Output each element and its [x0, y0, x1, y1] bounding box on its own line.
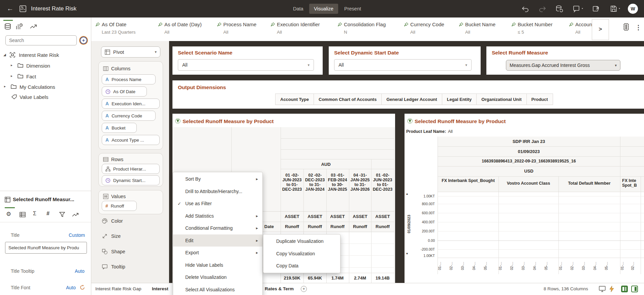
annotate-icon[interactable] — [572, 5, 585, 13]
trend-tab-icon[interactable] — [30, 24, 37, 31]
pill-product-hierarchy[interactable]: Product Hierar... — [102, 164, 160, 174]
size-drop-zone[interactable]: Size — [102, 233, 121, 239]
dimension-button-general-ledger-account[interactable]: General Ledger Account — [381, 94, 442, 105]
canvas-tab-1[interactable]: Interest Rate Risk Gap — [95, 283, 141, 295]
undo-icon[interactable] — [521, 5, 529, 13]
auto-apply-icon[interactable] — [609, 286, 614, 294]
filter-bucket-name[interactable]: Bucket Name All — [459, 22, 495, 35]
tooltip-drop-zone[interactable]: Tooltip — [102, 264, 125, 270]
measure-header-cell[interactable]: Runoff — [282, 224, 302, 229]
column-header-cell[interactable]: Total Default Member — [559, 181, 619, 186]
title-font-mode-link[interactable]: Auto — [66, 285, 76, 290]
general-properties-icon[interactable]: ⚙ — [6, 211, 11, 218]
pill-as-of-date[interactable]: As Of Date — [102, 86, 147, 97]
menu-item-delete-visualization[interactable]: Delete Visualization — [173, 271, 262, 284]
tree-item-my-calculations[interactable]: My Calculations — [20, 84, 55, 90]
color-drop-zone[interactable]: Color — [102, 218, 123, 224]
data-tab-icon[interactable] — [4, 23, 11, 32]
total-cell[interactable]: 2.74M — [350, 275, 371, 281]
add-data-button[interactable]: + — [80, 37, 87, 44]
canvas-layout-icon[interactable] — [621, 286, 628, 292]
save-icon[interactable] — [609, 5, 622, 13]
dimension-button-common-chart-of-accounts[interactable]: Common Chart of Accounts — [314, 94, 382, 105]
pill-bucket[interactable]: ABucket — [102, 123, 137, 133]
filter-bar-expand-button[interactable]: > — [592, 19, 609, 40]
search-input[interactable] — [5, 35, 77, 45]
pill-execution-identifier[interactable]: AExecution Iden... — [102, 99, 160, 109]
title-value-input[interactable] — [5, 242, 87, 254]
band-execution-cell[interactable]: 1663938896413_2022-09-23_1663938919525_1… — [438, 159, 620, 163]
tree-item-fact[interactable]: Fact — [26, 74, 36, 79]
menu-item-conditional-formatting[interactable]: Conditional Formatting▸ — [173, 222, 262, 234]
asset-header-cell[interactable]: ASSET — [304, 214, 325, 219]
currency-header-cell[interactable]: AUD — [281, 162, 371, 167]
dimension-button-organizational-unit[interactable]: Organizational Unit — [476, 94, 526, 105]
tree-expand-icon[interactable]: ◢ — [3, 53, 6, 57]
bucket-header-cell[interactable]: 04 -31- JAN-2025 to 31- JAN-2026 — [350, 173, 371, 192]
dimension-button-product[interactable]: Product — [526, 94, 553, 105]
measure-header-cell[interactable]: Runoff — [304, 224, 325, 229]
menu-item-hide-value-labels[interactable]: Hide Value Labels — [173, 259, 262, 271]
analyze-properties-icon[interactable] — [72, 212, 78, 218]
canvas-display-icon[interactable] — [599, 286, 606, 293]
bucket-header-cell[interactable]: 02 -02- DEC-2023 to 31- JAN-2024 — [304, 173, 325, 192]
total-cell[interactable]: 19.14B — [372, 275, 393, 281]
scenario-select[interactable]: All▾ — [178, 59, 314, 71]
filter-as-of-date[interactable]: As Of Date Last 23 Quarters — [95, 22, 136, 35]
total-cell[interactable]: 219.50K — [282, 275, 302, 281]
menu-item-export[interactable]: Export▸ — [173, 247, 262, 259]
totals-icon[interactable]: Σ — [33, 211, 36, 217]
canvas-layout-alt-icon[interactable] — [631, 286, 638, 292]
redo-icon[interactable] — [538, 5, 546, 13]
pill-account-type[interactable]: AAccount Type ... — [102, 135, 160, 145]
measure-header-cell[interactable]: Runoff — [350, 224, 371, 229]
submenu-item-copy-visualization[interactable]: Copy Visualization — [263, 248, 340, 260]
menu-item-select-all-visualizations[interactable]: Select All Visualizations — [173, 284, 262, 295]
dimension-button-account-type[interactable]: Account Type — [275, 94, 314, 105]
tree-collapse-icon[interactable]: ▸ — [11, 74, 12, 78]
refresh-data-icon[interactable] — [555, 5, 563, 13]
values-format-icon[interactable]: # — [46, 211, 50, 217]
row-scroll-down-icon[interactable]: ▾ — [406, 252, 408, 255]
filter-bucket-number[interactable]: Bucket Number ≤ 5 — [511, 22, 552, 35]
asset-header-cell[interactable]: ASSET — [350, 214, 371, 219]
add-canvas-button[interactable]: + — [301, 286, 307, 292]
filter-account[interactable]: Account All — [569, 22, 593, 35]
measure-header-cell[interactable]: Runoff — [372, 224, 393, 229]
filter-execution-identifier[interactable]: Execution Identifier All — [270, 22, 320, 35]
menu-item-add-statistics[interactable]: Add Statistics▸ — [173, 210, 262, 222]
shape-drop-zone[interactable]: Shape — [102, 249, 125, 255]
bucket-header-cell[interactable]: 01 -02- JUN-2023 to 01- DEC-2023 — [282, 173, 302, 192]
total-cell[interactable]: 1.74M — [327, 275, 348, 281]
tab-present[interactable]: Present — [340, 4, 366, 14]
tree-collapse-icon[interactable]: ▸ — [11, 63, 12, 67]
runoff-measure-select[interactable]: Measures.Gap Accrued Interest Gross▾ — [506, 60, 620, 71]
menu-item-use-as-filter[interactable]: ✓Use as Filter — [173, 197, 262, 210]
submenu-item-copy-data[interactable]: Copy Data — [263, 260, 340, 272]
canvas-tab-3[interactable]: Rates & Term — [265, 283, 294, 295]
asset-header-cell[interactable]: ASSET — [282, 214, 302, 219]
column-header-cell[interactable]: FX Interbank Spot_Bought — [438, 178, 498, 183]
menu-item-drill[interactable]: Drill to Attribute/Hierarchy... — [173, 185, 262, 198]
filter-consolidation-flag[interactable]: Consolidation Flag N — [337, 22, 386, 35]
filter-currency-code[interactable]: Currency Code All — [404, 22, 444, 35]
filters-properties-icon[interactable] — [59, 212, 65, 219]
filter-bar-menu-icon[interactable]: ⋮ — [635, 24, 642, 31]
analytics-tab-icon[interactable] — [15, 23, 23, 32]
menu-item-sort-by[interactable]: Sort By▸ — [173, 173, 262, 185]
bucket-header-cell[interactable]: 01 -02- JUN-2023 to 01- DEC-2023 — [372, 173, 393, 192]
title-tooltip-mode-link[interactable]: Auto — [75, 268, 85, 274]
submenu-item-duplicate-visualization[interactable]: Duplicate Visualization — [263, 235, 340, 248]
bucket-header-cell[interactable]: 03 -01- FEB-2024 to 30- JAN-2025 — [327, 173, 348, 192]
tab-visualize[interactable]: Visualize — [309, 4, 338, 14]
menu-item-edit[interactable]: Edit▸ — [173, 234, 262, 247]
reset-icon[interactable] — [79, 285, 85, 292]
pill-dynamic-start-date[interactable]: Dynamic Start... — [102, 175, 160, 185]
tree-item-value-labels[interactable]: Value Labels — [20, 94, 49, 100]
row-scroll-up-icon[interactable]: ▴ — [406, 192, 408, 195]
dynamic-start-select[interactable]: All▾ — [334, 59, 472, 71]
pill-currency-code[interactable]: ACurrency Code — [102, 111, 156, 121]
limit-values-icon[interactable] — [622, 23, 630, 32]
tree-collapse-icon[interactable]: ▸ — [4, 84, 6, 88]
avatar[interactable]: W — [628, 4, 638, 14]
